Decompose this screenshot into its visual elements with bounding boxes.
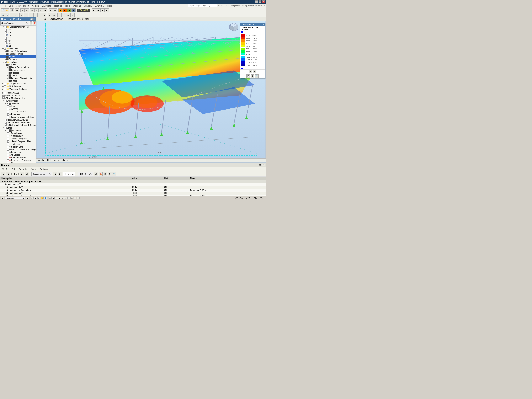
cp-close-btn[interactable]: ✕ — [262, 24, 264, 26]
tb-prev[interactable]: ◀ — [100, 8, 105, 13]
status-btn-1[interactable]: ⊡ — [31, 197, 34, 200]
check-plastic-smooth[interactable] — [7, 149, 9, 151]
tb-b8[interactable]: ■ — [63, 8, 67, 13]
check-def-members[interactable] — [7, 103, 9, 105]
nav-check-global-def[interactable] — [5, 26, 7, 28]
tb2-zoom-out[interactable]: 🔎 — [5, 13, 9, 17]
nav-lines-members[interactable]: ▼ ⬛ Members — [0, 129, 36, 132]
tb-stop[interactable]: ■ — [96, 8, 100, 13]
check-results-couplings[interactable] — [7, 159, 9, 161]
maximize-button[interactable]: □ — [259, 0, 261, 3]
cp-save-btn[interactable]: 💾 — [247, 74, 250, 78]
tb-b9[interactable]: ■ — [67, 8, 71, 13]
check-without-diagram[interactable] — [7, 138, 9, 140]
minimize-button[interactable]: — — [255, 0, 258, 3]
tb-next[interactable]: ▶ — [105, 8, 109, 13]
tb2-zoom-in[interactable]: 🔍 — [1, 13, 5, 17]
nav-plastic-smooth[interactable]: ⟵ Plastic Stress Smoothing — [0, 148, 36, 151]
nav-item-phiz[interactable]: Ω φz — [0, 44, 36, 47]
menu-edit[interactable]: Edit — [7, 4, 14, 7]
nav-global-deformations[interactable]: ▼ 📁 Global Deformations — [0, 25, 36, 28]
tb2-node[interactable]: • — [57, 13, 62, 17]
nav-hatching[interactable]: ⋮ Hatching — [0, 143, 36, 146]
tb-open[interactable]: 📂 — [5, 8, 9, 13]
nav-extreme-disp[interactable]: ⊡ Extreme Displacement — [0, 121, 36, 124]
sb2[interactable]: ▶ — [52, 197, 55, 200]
nav-result-values[interactable]: ▶ Result Values — [0, 91, 36, 94]
menu-tools[interactable]: Tools — [63, 4, 71, 7]
nav-all-values[interactable]: A All Values — [0, 154, 36, 156]
tb-b6[interactable]: ⊟ — [53, 8, 57, 13]
nav-local-def-surf[interactable]: ▶ ⬛ Local Deformations — [0, 66, 36, 69]
check-titleinfo[interactable] — [2, 95, 5, 97]
nav-strains-surf[interactable]: ▶ ⬛ Strains — [0, 74, 36, 77]
nav-deformation[interactable]: ▼ Deformation — [0, 100, 36, 102]
tb-b2[interactable]: ▤ — [34, 8, 39, 13]
check-hatching[interactable] — [7, 143, 9, 145]
check-members[interactable] — [4, 48, 6, 50]
check-section-cuts[interactable] — [7, 146, 9, 148]
nav-btn2[interactable]: ✕ — [32, 18, 35, 20]
sb10[interactable]: ▱ — [77, 197, 80, 200]
tb-b5[interactable]: ⊞ — [49, 8, 53, 13]
status-next[interactable]: ▶ — [26, 197, 29, 200]
bottom-nav2[interactable]: ▶ — [58, 172, 62, 176]
btn-search-table[interactable]: 🔍 — [112, 172, 116, 176]
tb2-view-top[interactable]: T — [38, 13, 42, 17]
tb2-fit[interactable]: ⊡ — [10, 13, 14, 17]
nav-without-diagram[interactable]: — Without Diagram — [0, 137, 36, 140]
nav-members[interactable]: ▶ 📁 Members — [0, 47, 36, 50]
menu-file[interactable]: File — [1, 4, 7, 7]
cp-nav-btn-1[interactable]: ◀ — [248, 70, 252, 73]
check-ux[interactable] — [5, 31, 7, 33]
viewport-3d[interactable]: 27.75 m 27.00 m +X Y Z — [36, 21, 266, 162]
check-extreme-disp[interactable] — [5, 121, 7, 124]
nav-item-uz[interactable]: Ω uz — [0, 36, 36, 39]
nav-surfaces[interactable]: ▼ 📁 Surfaces — [0, 61, 36, 63]
check-def-section[interactable] — [7, 108, 9, 110]
tab-overview[interactable]: Overview — [63, 172, 76, 176]
nav-local-def[interactable]: ▶ ⬛ Local Deformations — [0, 50, 36, 53]
nav-section-cuts[interactable]: ✂ Section Cuts — [0, 146, 36, 148]
tb-b3[interactable]: ◫ — [39, 8, 43, 13]
btn-filter[interactable]: ⊞ — [103, 172, 107, 176]
check-support[interactable] — [4, 83, 6, 85]
nav-internal-forces[interactable]: ▶ ⬛ Internal Forces — [0, 53, 36, 55]
check-lines[interactable] — [5, 127, 7, 129]
nav-values-surfaces[interactable]: ▶ 📁 Values on Surfaces — [0, 88, 36, 90]
bottom-view[interactable]: View — [30, 167, 38, 171]
tb2-line[interactable]: ╱ — [62, 13, 66, 17]
nav-item-u-abs[interactable]: Ω |u| — [0, 28, 36, 31]
check-two-colored[interactable] — [7, 132, 9, 134]
nav-dist-loads[interactable]: ▶ 📁 Distribution of Loads — [0, 85, 36, 88]
tb-b10[interactable]: ■ — [71, 8, 76, 13]
view-cube[interactable]: +X Y Z — [228, 22, 239, 32]
tb2-wire[interactable]: ◇ — [52, 13, 56, 17]
check-deformation[interactable] — [5, 100, 7, 102]
menu-results[interactable]: Results — [53, 4, 63, 7]
menu-window[interactable]: Window — [82, 4, 93, 7]
tb2-pan[interactable]: ✥ — [14, 13, 18, 17]
nav-nodal-disp[interactable]: • Nodal Displacements — [0, 119, 36, 121]
nav-isotropic[interactable]: ▶ ⬛ Isotropic Characteristics — [0, 77, 36, 80]
sb6[interactable]: ⊙ — [64, 197, 67, 200]
tb-b1[interactable]: ▦ — [30, 8, 34, 13]
check-sec-colored[interactable] — [7, 111, 9, 113]
nav-def-lines[interactable]: — Lines — [0, 105, 36, 108]
tb2-rotate[interactable]: ↻ — [19, 13, 24, 17]
nav-item-ux[interactable]: Ω ux — [0, 31, 36, 34]
nav-two-colored[interactable]: ≡ Two-Colored — [0, 132, 36, 135]
analysis-selector[interactable]: Static Analysis — [0, 21, 29, 25]
nav-item-uy[interactable]: Ω uy — [0, 34, 36, 36]
close-button[interactable]: ✕ — [262, 0, 265, 3]
nav-with-diagram[interactable]: ⌇ With Diagram — [0, 135, 36, 137]
nav-support-reactions[interactable]: ▶ 📁 Support Reactions — [0, 82, 36, 85]
sb7[interactable]: △ — [67, 197, 70, 200]
check-outlines[interactable] — [5, 124, 7, 126]
bottom-prev[interactable]: ◀ — [6, 172, 10, 176]
nav-stresses-members[interactable]: ▶ ⬛ Stresses — [0, 58, 36, 61]
check-def-lines[interactable] — [7, 105, 9, 108]
nav-strains[interactable]: ▶ ⬛ Strains — [0, 55, 36, 58]
view-selector[interactable]: 1 - Global XYZ — [5, 197, 25, 200]
sb3[interactable]: ▭ — [55, 197, 58, 200]
